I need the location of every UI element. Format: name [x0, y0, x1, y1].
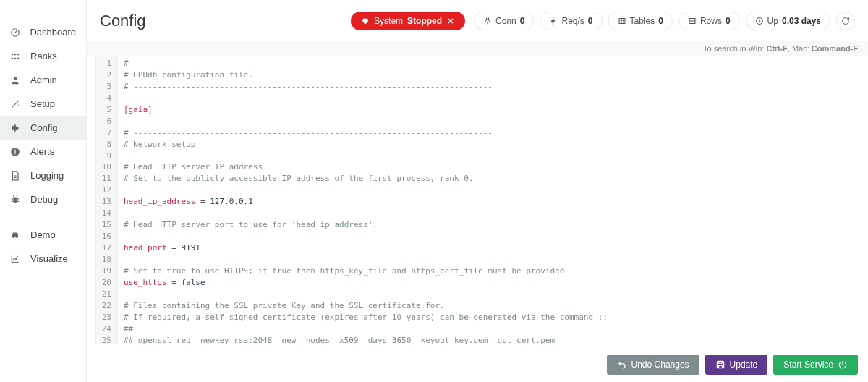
car-icon	[10, 230, 23, 240]
stat-chip-rows[interactable]: Rows0	[678, 12, 740, 30]
sidebar: DashboardRanksAdminSetupConfigAlertsLogg…	[0, 0, 87, 382]
gear-icon	[10, 123, 23, 133]
sidebar-item-ranks[interactable]: Ranks	[0, 44, 86, 68]
sidebar-item-dashboard[interactable]: Dashboard	[0, 20, 86, 44]
sidebar-item-logging[interactable]: Logging	[0, 164, 86, 187]
sidebar-item-label: Debug	[30, 194, 58, 205]
sidebar-item-visualize[interactable]: Visualize	[0, 247, 86, 271]
sidebar-item-label: Alerts	[30, 146, 54, 157]
sidebar-item-label: Logging	[30, 170, 64, 181]
sidebar-item-setup[interactable]: Setup	[0, 92, 86, 116]
wand-icon	[10, 99, 23, 109]
stat-chip-conn[interactable]: Conn0	[474, 12, 534, 30]
bug-icon	[10, 195, 23, 205]
start-service-button[interactable]: Start Service	[773, 355, 858, 375]
clock-icon	[755, 17, 764, 25]
svg-rect-12	[14, 149, 15, 153]
svg-rect-6	[17, 57, 19, 59]
svg-point-9	[12, 100, 13, 101]
sidebar-item-config[interactable]: Config	[0, 116, 86, 140]
sidebar-item-debug[interactable]: Debug	[0, 187, 86, 211]
stats-row: Conn0Req/s0Tables0Rows0Up0.03 days	[474, 12, 836, 30]
close-icon	[446, 17, 455, 25]
svg-point-14	[13, 197, 17, 203]
sidebar-item-admin[interactable]: Admin	[0, 68, 86, 92]
sidebar-item-alerts[interactable]: Alerts	[0, 140, 86, 164]
svg-rect-17	[619, 19, 625, 24]
power-icon	[838, 360, 848, 370]
svg-rect-4	[14, 57, 16, 59]
user-icon	[10, 75, 23, 85]
topbar: Config System Stopped Conn0Req/s0Tables0…	[87, 0, 868, 41]
save-icon	[715, 360, 726, 370]
update-button[interactable]: Update	[705, 355, 768, 375]
file-icon	[10, 171, 23, 181]
sidebar-item-label: Visualize	[30, 253, 68, 264]
sidebar-item-label: Dashboard	[30, 27, 76, 38]
svg-point-7	[14, 77, 17, 80]
rows-icon	[688, 17, 697, 25]
heart-icon	[361, 17, 370, 25]
page-title: Config	[100, 12, 146, 30]
config-editor[interactable]: 1234567891011121314151617181920212223242…	[95, 56, 859, 344]
system-status-pill[interactable]: System Stopped	[351, 12, 465, 30]
svg-rect-1	[12, 53, 13, 54]
sidebar-item-label: Setup	[30, 98, 55, 109]
svg-rect-13	[14, 153, 15, 154]
svg-rect-3	[14, 53, 16, 54]
stat-chip-up[interactable]: Up0.03 days	[746, 12, 830, 30]
status-prefix: System	[374, 16, 403, 26]
dashboard-icon	[10, 27, 22, 38]
search-hint: To search in Win: Ctrl-F, Mac: Command-F	[87, 41, 868, 56]
chart-icon	[10, 254, 23, 264]
stat-chip-tables[interactable]: Tables0	[608, 12, 673, 30]
undo-changes-button[interactable]: Undo Changes	[607, 355, 699, 375]
plug-icon	[483, 17, 492, 25]
sidebar-item-demo[interactable]: Demo	[0, 223, 86, 247]
stat-chip-reqs[interactable]: Req/s0	[540, 12, 602, 30]
undo-icon	[617, 360, 627, 370]
footer: Undo Changes Update Start Service	[87, 349, 868, 382]
table-icon	[618, 17, 626, 25]
editor-code[interactable]: # --------------------------------------…	[118, 56, 859, 344]
sidebar-item-label: Admin	[30, 75, 57, 85]
refresh-button[interactable]	[836, 12, 855, 30]
svg-rect-20	[717, 361, 723, 368]
alert-icon	[10, 147, 23, 157]
sidebar-item-label: Config	[30, 122, 58, 133]
svg-rect-18	[689, 19, 695, 24]
ranks-icon	[10, 51, 23, 61]
svg-point-10	[18, 104, 19, 105]
editor-gutter: 1234567891011121314151617181920212223242…	[96, 56, 118, 344]
svg-point-16	[16, 236, 17, 237]
bolt-icon	[549, 17, 558, 25]
sidebar-item-label: Demo	[30, 229, 56, 240]
status-state: Stopped	[407, 16, 442, 26]
svg-rect-5	[17, 53, 19, 54]
svg-point-8	[17, 101, 18, 101]
sidebar-item-label: Ranks	[30, 51, 57, 61]
svg-point-15	[13, 236, 14, 237]
svg-rect-2	[12, 57, 13, 59]
